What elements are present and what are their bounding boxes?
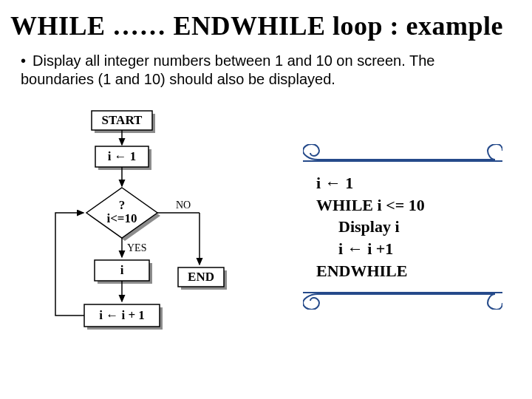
slide-title: WHILE …… ENDWHILE loop : example (10, 10, 503, 41)
svg-text:?: ? (119, 198, 126, 212)
pseudocode-scroll: i ← 1 WHILE i <= 10 Display i i ← i +1 E… (303, 144, 502, 310)
display-label: i (120, 263, 124, 277)
scroll-bottom-icon (303, 293, 502, 310)
svg-text:i<=10: i<=10 (106, 211, 137, 225)
scroll-top-icon (303, 144, 502, 160)
decision-node: ? i<=10 (86, 188, 160, 241)
start-label: START (102, 113, 143, 127)
loop-back-arrow (55, 213, 84, 316)
yes-label: YES (127, 242, 146, 253)
pseudo-line-1: i ← 1 (316, 172, 489, 194)
increment-label: i ← i + 1 (99, 308, 145, 322)
end-label: END (188, 270, 214, 284)
pseudo-line-5: ENDWHILE (316, 260, 489, 282)
problem-statement: •Display all integer numbers between 1 a… (21, 52, 508, 89)
pseudo-line-2: WHILE i <= 10 (316, 194, 489, 216)
pseudo-line-4: i ← i +1 (316, 238, 489, 260)
no-label: NO (176, 200, 191, 211)
problem-text: Display all integer numbers between 1 an… (21, 52, 434, 87)
pseudo-line-3: Display i (316, 216, 489, 238)
init-label: i ← 1 (108, 149, 137, 163)
slide: WHILE …… ENDWHILE loop : example •Displa… (0, 0, 532, 399)
flowchart: START i ← 1 ? i<=10 NO END YES i i (15, 103, 281, 377)
bullet-icon: • (21, 52, 33, 70)
